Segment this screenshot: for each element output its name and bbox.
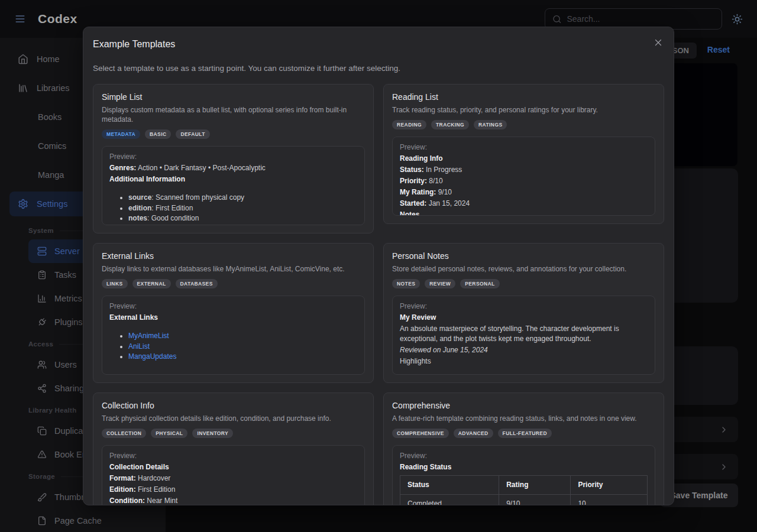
template-preview: Preview:My ReviewAn absolute masterpiece… <box>392 296 655 375</box>
template-tag: DATABASES <box>176 279 218 288</box>
template-card-collection-info[interactable]: Collection InfoTrack physical collection… <box>93 392 374 505</box>
preview-heading: Additional Information <box>109 174 357 185</box>
table-cell: 9/10 <box>499 495 571 506</box>
template-tag: INVENTORY <box>192 429 233 438</box>
preview-bullet: notes: Good condition <box>128 213 357 224</box>
preview-label: Preview: <box>109 151 357 163</box>
table-row: Completed9/1010 <box>400 495 648 506</box>
template-card-title: External Links <box>102 251 365 261</box>
template-card-description: Displays custom metadata as a bullet lis… <box>102 105 365 124</box>
template-preview: Preview:Reading StatusStatusRatingPriori… <box>392 445 655 505</box>
preview-heading: Reading Status <box>400 462 648 473</box>
template-tag: REVIEW <box>425 279 455 288</box>
preview-bullet: edition: First Edition <box>128 203 357 214</box>
template-card-description: Track physical collection details like e… <box>102 414 365 423</box>
template-card-description: Store detailed personal notes, reviews, … <box>392 264 655 274</box>
template-preview: Preview:Reading InfoStatus: In ProgressP… <box>392 137 655 216</box>
preview-table: StatusRatingPriorityCompleted9/1010 <box>400 475 648 505</box>
template-card-reading-list[interactable]: Reading ListTrack reading status, priori… <box>383 84 664 224</box>
modal-close-button[interactable] <box>653 37 664 48</box>
template-tag: EXTERNAL <box>132 279 171 288</box>
preview-label: Preview: <box>109 301 357 312</box>
template-card-title: Reading List <box>392 92 655 102</box>
preview-text: Highlights <box>400 356 648 367</box>
template-tags: COMPREHENSIVEADVANCEDFULL-FEATURED <box>392 429 655 438</box>
external-link[interactable]: MangaUpdates <box>128 352 176 361</box>
preview-field: Format: Hardcover <box>109 473 357 484</box>
template-tags: NOTESREVIEWPERSONAL <box>392 279 655 288</box>
template-preview: Preview:External LinksMyAnimeListAniList… <box>102 296 365 375</box>
template-tag: READING <box>392 120 426 129</box>
template-tag: ADVANCED <box>454 429 493 438</box>
external-link[interactable]: AniList <box>128 342 150 351</box>
template-tag: PERSONAL <box>460 279 499 288</box>
template-tags: COLLECTIONPHYSICALINVENTORY <box>102 429 365 438</box>
table-cell: 10 <box>571 495 648 506</box>
preview-heading: My Review <box>400 312 648 323</box>
preview-heading: External Links <box>109 312 357 323</box>
template-preview: Preview:Genres: Action • Dark Fantasy • … <box>102 146 365 225</box>
template-tags: LINKSEXTERNALDATABASES <box>102 279 365 288</box>
preview-field: Genres: Action • Dark Fantasy • Post-Apo… <box>109 163 357 174</box>
preview-field: Edition: First Edition <box>109 484 357 495</box>
template-card-external-links[interactable]: External LinksDisplay links to external … <box>93 243 374 383</box>
template-tag: RATINGS <box>474 120 507 129</box>
template-card-title: Personal Notes <box>392 251 655 261</box>
preview-bullet: source: Scanned from physical copy <box>128 193 357 203</box>
template-card-title: Collection Info <box>102 401 365 411</box>
preview-link-list: MyAnimeListAniListMangaUpdates <box>109 331 357 362</box>
template-card-title: Comprehensive <box>392 401 655 411</box>
modal-subtitle: Select a template to use as a starting p… <box>93 64 664 73</box>
modal-title: Example Templates <box>93 39 664 50</box>
template-card-title: Simple List <box>102 92 365 102</box>
preview-field: Started: Jan 15, 2024 <box>400 198 648 209</box>
external-link[interactable]: MyAnimeList <box>128 332 169 340</box>
preview-bullet: MangaUpdates <box>128 352 357 362</box>
template-tag: TRACKING <box>431 120 469 129</box>
template-tag: PHYSICAL <box>151 429 187 438</box>
template-tags: READINGTRACKINGRATINGS <box>392 120 655 129</box>
preview-field: Priority: 8/10 <box>400 176 648 187</box>
template-tag: METADATA <box>102 129 140 139</box>
template-card-comprehensive[interactable]: ComprehensiveA feature-rich template com… <box>383 392 664 505</box>
close-icon <box>653 37 664 48</box>
table-header-cell: Status <box>400 476 499 495</box>
preview-bullet: MyAnimeList <box>128 331 357 342</box>
preview-bullet-list: source: Scanned from physical copyeditio… <box>109 193 357 224</box>
preview-label: Preview: <box>400 142 648 153</box>
preview-field: My Rating: 9/10 <box>400 187 648 198</box>
template-card-simple-list[interactable]: Simple ListDisplays custom metadata as a… <box>93 84 374 233</box>
preview-label: Preview: <box>109 450 357 462</box>
template-tags: METADATABASICDEFAULT <box>102 129 365 139</box>
template-tag: DEFAULT <box>176 129 209 139</box>
preview-field: Status: In Progress <box>400 164 648 176</box>
preview-field: Condition: Near Mint <box>109 495 357 505</box>
table-header-cell: Rating <box>499 476 571 495</box>
template-grid: Simple ListDisplays custom metadata as a… <box>93 84 664 505</box>
preview-label: Preview: <box>400 301 648 312</box>
table-header-cell: Priority <box>571 476 648 495</box>
template-preview: Preview:Collection DetailsFormat: Hardco… <box>102 445 365 505</box>
template-tag: NOTES <box>392 279 420 288</box>
template-card-description: Track reading status, priority, and pers… <box>392 105 655 115</box>
preview-bullet: AniList <box>128 342 357 352</box>
preview-heading: Collection Details <box>109 462 357 473</box>
preview-heading: Notes <box>400 209 648 216</box>
preview-italic-note: Reviewed on June 15, 2024 <box>400 345 648 356</box>
template-tag: BASIC <box>145 129 171 139</box>
template-tag: LINKS <box>102 279 128 288</box>
template-card-description: Display links to external databases like… <box>102 264 365 274</box>
template-card-description: A feature-rich template combining readin… <box>392 414 655 423</box>
preview-paragraph: An absolute masterpiece of storytelling.… <box>400 324 648 343</box>
table-cell: Completed <box>400 495 499 506</box>
preview-label: Preview: <box>400 450 648 462</box>
template-tag: COLLECTION <box>102 429 146 438</box>
template-tag: FULL-FEATURED <box>498 429 552 438</box>
template-card-personal-notes[interactable]: Personal NotesStore detailed personal no… <box>383 243 664 383</box>
preview-heading: Reading Info <box>400 153 648 164</box>
template-tag: COMPREHENSIVE <box>392 429 449 438</box>
example-templates-modal: Example Templates Select a template to u… <box>83 27 674 505</box>
